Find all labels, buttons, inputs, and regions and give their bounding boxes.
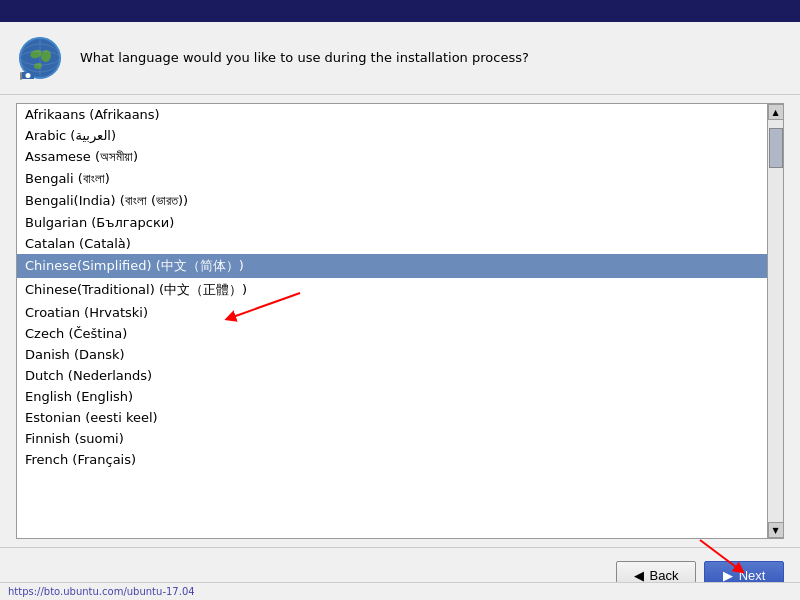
status-url: https://bto.ubuntu.com/ubuntu-17.04	[8, 586, 195, 597]
language-item-czech[interactable]: Czech (Čeština)	[17, 323, 767, 344]
svg-point-11	[26, 73, 31, 78]
language-item-chinese-simplified[interactable]: Chinese(Simplified) (中文（简体）)	[17, 254, 767, 278]
scrollbar[interactable]: ▲ ▼	[767, 104, 783, 538]
scrollbar-up-button[interactable]: ▲	[768, 104, 784, 120]
language-item-dutch[interactable]: Dutch (Nederlands)	[17, 365, 767, 386]
language-item-english[interactable]: English (English)	[17, 386, 767, 407]
language-item-french[interactable]: French (Français)	[17, 449, 767, 470]
language-item-bengali[interactable]: Bengali (বাংলা)	[17, 168, 767, 190]
scrollbar-down-button[interactable]: ▼	[768, 522, 784, 538]
language-item-bengali-india[interactable]: Bengali(India) (বাংলা (ভারত))	[17, 190, 767, 212]
language-item-assamese[interactable]: Assamese (অসমীয়া)	[17, 146, 767, 168]
language-item-bulgarian[interactable]: Bulgarian (Български)	[17, 212, 767, 233]
language-item-arabic[interactable]: Arabic (العربية)	[17, 125, 767, 146]
svg-rect-9	[20, 72, 22, 80]
language-list[interactable]: Afrikaans (Afrikaans)Arabic (العربية)Ass…	[17, 104, 767, 538]
back-arrow-icon: ◀	[634, 568, 644, 583]
language-item-estonian[interactable]: Estonian (eesti keel)	[17, 407, 767, 428]
next-label: Next	[739, 568, 766, 583]
language-item-finnish[interactable]: Finnish (suomi)	[17, 428, 767, 449]
language-item-croatian[interactable]: Croatian (Hrvatski)	[17, 302, 767, 323]
language-item-danish[interactable]: Danish (Dansk)	[17, 344, 767, 365]
top-bar	[0, 0, 800, 22]
header-text: What language would you like to use duri…	[80, 48, 529, 68]
language-item-catalan[interactable]: Catalan (Català)	[17, 233, 767, 254]
main-content: Afrikaans (Afrikaans)Arabic (العربية)Ass…	[0, 95, 800, 547]
scrollbar-track[interactable]	[769, 120, 783, 522]
scrollbar-thumb[interactable]	[769, 128, 783, 168]
back-label: Back	[650, 568, 679, 583]
header-section: What language would you like to use duri…	[0, 22, 800, 95]
language-item-afrikaans[interactable]: Afrikaans (Afrikaans)	[17, 104, 767, 125]
globe-icon	[16, 34, 64, 82]
language-list-container: Afrikaans (Afrikaans)Arabic (العربية)Ass…	[16, 103, 784, 539]
language-item-chinese-traditional[interactable]: Chinese(Traditional) (中文（正體）)	[17, 278, 767, 302]
status-bar: https://bto.ubuntu.com/ubuntu-17.04	[0, 582, 800, 600]
header-question: What language would you like to use duri…	[80, 50, 529, 65]
next-arrow-icon: ▶	[723, 568, 733, 583]
